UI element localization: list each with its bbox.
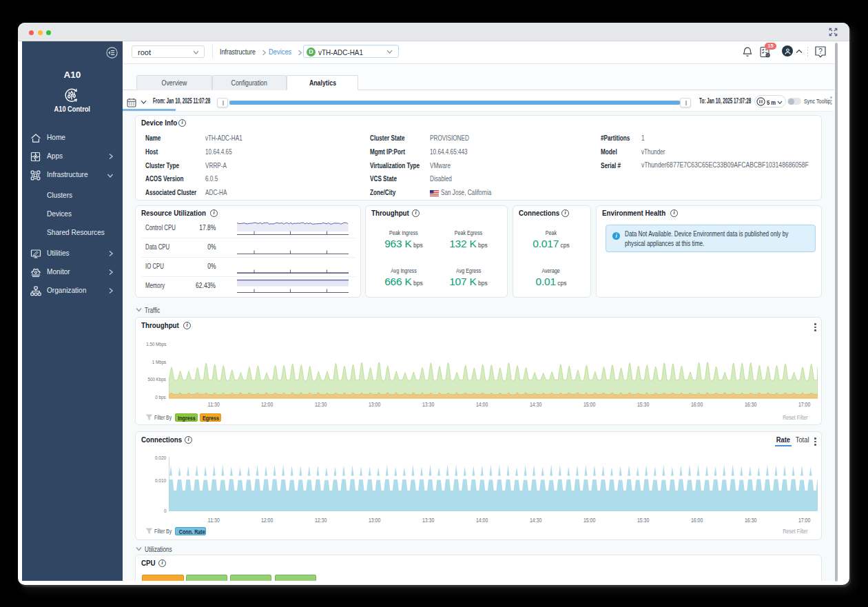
svg-text:?: ? — [818, 48, 823, 55]
